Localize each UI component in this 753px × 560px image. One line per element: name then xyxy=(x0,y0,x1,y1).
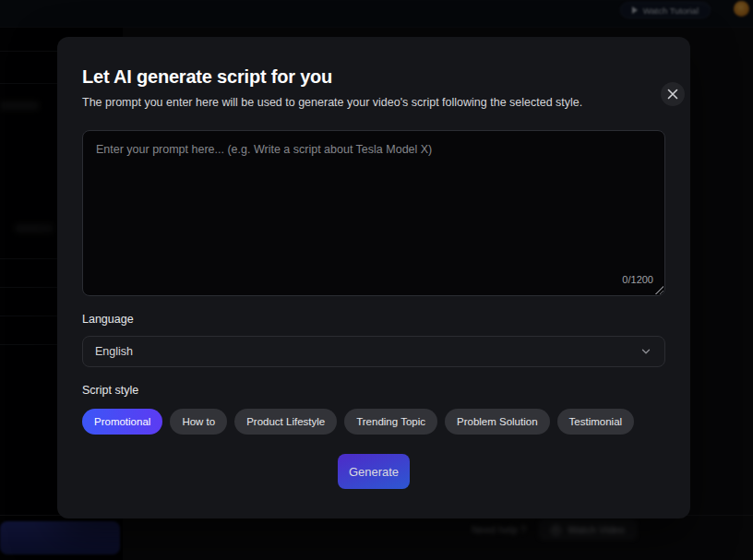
generate-button[interactable]: Generate xyxy=(338,454,410,489)
language-selected-value: English xyxy=(95,345,133,358)
chip-problem-solution[interactable]: Problem Solution xyxy=(445,409,550,435)
close-icon xyxy=(667,89,678,100)
close-button[interactable] xyxy=(661,82,685,106)
chip-trending-topic[interactable]: Trending Topic xyxy=(344,409,437,435)
prompt-input[interactable] xyxy=(82,130,665,296)
script-style-label: Script style xyxy=(82,384,665,397)
prompt-area: 0/1200 xyxy=(82,130,665,296)
script-style-options: Promotional How to Product Lifestyle Tre… xyxy=(82,409,665,435)
chevron-down-icon xyxy=(639,345,652,358)
modal-title: Let AI generate script for you xyxy=(82,66,665,88)
chip-promotional[interactable]: Promotional xyxy=(82,409,162,435)
generate-row: Generate xyxy=(82,454,665,489)
language-label: Language xyxy=(82,313,665,326)
chip-how-to[interactable]: How to xyxy=(170,409,227,435)
language-select[interactable]: English xyxy=(82,336,665,367)
chip-testimonial[interactable]: Testimonial xyxy=(557,409,635,435)
modal-subtitle: The prompt you enter here will be used t… xyxy=(82,96,665,109)
ai-script-modal: Let AI generate script for you The promp… xyxy=(57,37,690,518)
chip-product-lifestyle[interactable]: Product Lifestyle xyxy=(234,409,337,435)
